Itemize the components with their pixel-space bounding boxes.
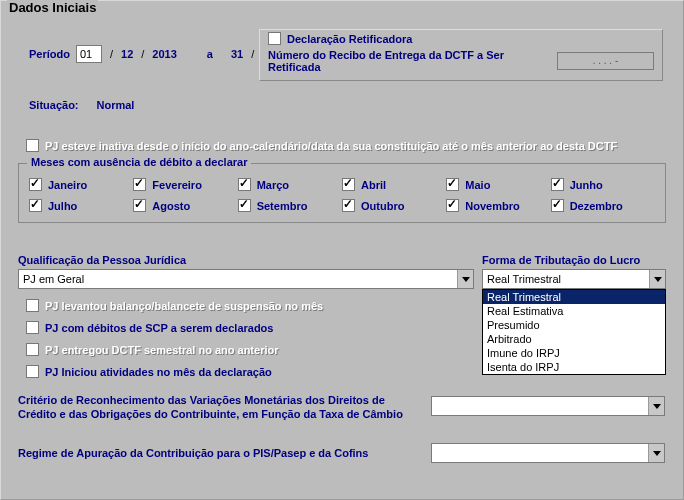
chevron-down-icon	[648, 444, 664, 462]
mes-label: Outubro	[361, 200, 404, 212]
mes-checkbox[interactable]	[29, 178, 42, 191]
mes-label: Fevereiro	[152, 179, 202, 191]
periodo-a: a	[207, 48, 213, 60]
periodo-label: Período	[29, 48, 70, 60]
svg-marker-0	[462, 277, 470, 282]
debitos-scp-checkbox[interactable]	[26, 321, 39, 334]
retificadora-label: Declaração Retificadora	[287, 33, 412, 45]
meses-group: Meses com ausência de débito a declarar …	[18, 163, 666, 223]
debitos-scp-row: PJ com débitos de SCP a serem declarados	[26, 321, 273, 334]
periodo-dia-inicio[interactable]	[76, 45, 102, 63]
svg-marker-1	[654, 277, 662, 282]
svg-marker-2	[653, 404, 661, 409]
mes-item: Novembro	[446, 199, 550, 212]
retificadora-group: Declaração Retificadora Número do Recibo…	[259, 29, 663, 81]
mes-item: Agosto	[133, 199, 237, 212]
qualificacao-value: PJ em Geral	[23, 273, 84, 285]
mes-label: Julho	[48, 200, 77, 212]
levantou-balanco-label: PJ levantou balanço/balancete de suspens…	[45, 300, 323, 312]
mes-item: Janeiro	[29, 178, 133, 191]
mes-label: Agosto	[152, 200, 190, 212]
pj-inativa-label: PJ esteve inativa desde o início do ano-…	[45, 140, 617, 152]
regime-label: Regime de Apuração da Contribuição para …	[18, 447, 422, 459]
situacao-row: Situação: Normal	[29, 99, 134, 111]
dropdown-option[interactable]: Real Trimestral	[483, 290, 665, 304]
meses-grid: Janeiro Fevereiro Março Abril Maio Junho…	[29, 178, 655, 212]
situacao-value: Normal	[97, 99, 135, 111]
forma-tributacao-dropdown[interactable]: Real Trimestral Real Estimativa Presumid…	[482, 289, 666, 375]
chevron-down-icon	[457, 270, 473, 288]
mes-item: Outubro	[342, 199, 446, 212]
iniciou-atividades-label: PJ Iniciou atividades no mês da declaraç…	[45, 366, 272, 378]
meses-title: Meses com ausência de débito a declarar	[27, 156, 251, 168]
mes-item: Abril	[342, 178, 446, 191]
dropdown-option[interactable]: Arbitrado	[483, 332, 665, 346]
forma-tributacao-select[interactable]: Real Trimestral	[482, 269, 666, 289]
mes-item: Dezembro	[551, 199, 655, 212]
criterio-label: Critério de Reconhecimento das Variações…	[18, 393, 422, 421]
dados-iniciais-panel: Dados Iniciais Período /12/2013 a 31/12/…	[0, 0, 684, 500]
svg-marker-3	[653, 451, 661, 456]
slash: /	[141, 48, 144, 60]
mes-checkbox[interactable]	[446, 199, 459, 212]
slash: /	[251, 48, 254, 60]
panel-title: Dados Iniciais	[7, 0, 98, 15]
mes-label: Junho	[570, 179, 603, 191]
mes-label: Março	[257, 179, 289, 191]
entregou-semestral-row: PJ entregou DCTF semestral no ano anteri…	[26, 343, 279, 356]
situacao-label: Situação:	[29, 99, 79, 111]
dropdown-option[interactable]: Imune do IRPJ	[483, 346, 665, 360]
mes-checkbox[interactable]	[446, 178, 459, 191]
pj-inativa-row: PJ esteve inativa desde o início do ano-…	[26, 139, 617, 152]
forma-tributacao-label: Forma de Tributação do Lucro	[482, 254, 640, 266]
mes-label: Novembro	[465, 200, 519, 212]
forma-tributacao-value: Real Trimestral	[487, 273, 561, 285]
periodo-ano-inicio: 2013	[152, 48, 176, 60]
mes-checkbox[interactable]	[342, 199, 355, 212]
mes-label: Setembro	[257, 200, 308, 212]
mes-label: Abril	[361, 179, 386, 191]
entregou-semestral-checkbox[interactable]	[26, 343, 39, 356]
mes-item: Fevereiro	[133, 178, 237, 191]
recibo-field[interactable]: . . . . -	[557, 52, 654, 70]
chevron-down-icon	[648, 397, 664, 415]
mes-label: Maio	[465, 179, 490, 191]
debitos-scp-label: PJ com débitos de SCP a serem declarados	[45, 322, 273, 334]
qualificacao-label: Qualificação da Pessoa Jurídica	[18, 254, 186, 266]
dropdown-option[interactable]: Presumido	[483, 318, 665, 332]
mes-item: Julho	[29, 199, 133, 212]
mes-checkbox[interactable]	[29, 199, 42, 212]
mes-label: Janeiro	[48, 179, 87, 191]
mes-checkbox[interactable]	[551, 199, 564, 212]
retificadora-checkbox[interactable]	[268, 32, 281, 45]
mes-item: Setembro	[238, 199, 342, 212]
mes-item: Maio	[446, 178, 550, 191]
periodo-mes-inicio: 12	[121, 48, 133, 60]
slash: /	[110, 48, 113, 60]
mes-checkbox[interactable]	[133, 199, 146, 212]
periodo-dia-fim: 31	[231, 48, 243, 60]
recibo-label: Número do Recibo de Entrega da DCTF a Se…	[268, 49, 557, 73]
dropdown-option[interactable]: Real Estimativa	[483, 304, 665, 318]
mes-checkbox[interactable]	[238, 178, 251, 191]
entregou-semestral-label: PJ entregou DCTF semestral no ano anteri…	[45, 344, 279, 356]
mes-checkbox[interactable]	[551, 178, 564, 191]
qualificacao-select[interactable]: PJ em Geral	[18, 269, 474, 289]
levantou-balanco-row: PJ levantou balanço/balancete de suspens…	[26, 299, 323, 312]
pj-inativa-checkbox[interactable]	[26, 139, 39, 152]
iniciou-atividades-checkbox[interactable]	[26, 365, 39, 378]
mes-item: Junho	[551, 178, 655, 191]
mes-label: Dezembro	[570, 200, 623, 212]
mes-checkbox[interactable]	[133, 178, 146, 191]
iniciou-atividades-row: PJ Iniciou atividades no mês da declaraç…	[26, 365, 272, 378]
dropdown-option[interactable]: Isenta do IRPJ	[483, 360, 665, 374]
chevron-down-icon	[649, 270, 665, 288]
mes-item: Março	[238, 178, 342, 191]
mes-checkbox[interactable]	[238, 199, 251, 212]
mes-checkbox[interactable]	[342, 178, 355, 191]
levantou-balanco-checkbox[interactable]	[26, 299, 39, 312]
criterio-select[interactable]	[431, 396, 665, 416]
regime-select[interactable]	[431, 443, 665, 463]
